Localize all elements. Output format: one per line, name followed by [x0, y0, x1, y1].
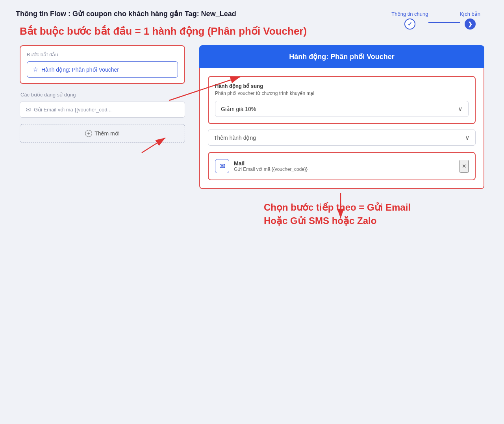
add-action-chevron-icon: ∨: [465, 134, 470, 141]
action-header: Hành động: Phân phối Voucher: [199, 45, 484, 68]
step-1-thong-tin-chung[interactable]: Thông tin chung ✓: [391, 11, 428, 30]
add-action-label: Thêm hành động: [214, 135, 256, 141]
add-new-label: Thêm mới: [94, 130, 119, 137]
step-2-label: Kịch bản: [460, 11, 480, 17]
voucher-dropdown[interactable]: Giảm giá 10% ∨: [215, 101, 469, 117]
main-layout: Bước bắt đầu ☆ Hành động: Phân phối Vouc…: [16, 45, 488, 189]
mail-title: Mail: [234, 160, 308, 167]
mail-close-button[interactable]: ×: [460, 160, 469, 173]
step-2-kich-ban[interactable]: Kịch bản ❯: [460, 11, 480, 30]
start-step-box: Bước bắt đầu ☆ Hành động: Phân phối Vouc…: [20, 45, 185, 84]
supplement-box: Hành động bổ sung Phân phối voucher từ c…: [208, 76, 476, 124]
star-icon: ☆: [33, 66, 38, 73]
add-new-button[interactable]: + Thêm mới: [20, 124, 185, 143]
email-step-item[interactable]: ✉ Gửi Email với mã {{voucher_cod...: [20, 102, 185, 118]
email-icon: ✉: [26, 106, 31, 113]
start-step-label: Bước bắt đầu: [27, 52, 178, 57]
steps-navigation: Thông tin chung ✓ Kịch bản ❯: [391, 11, 480, 30]
add-action-dropdown[interactable]: Thêm hành động ∨: [208, 130, 476, 146]
supplement-desc: Phân phối voucher từ chương trình khuyến…: [215, 91, 469, 96]
right-panel: Hành động: Phân phối Voucher Hành động b…: [199, 45, 484, 189]
voucher-action-text: Hành động: Phân phối Voucher: [41, 67, 119, 73]
bottom-line-1: Chọn bước tiếp theo = Gửi Email: [264, 201, 488, 214]
bottom-line-2: Hoặc Gửi SMS hoặc Zalo: [264, 214, 488, 228]
action-body: Hành động bổ sung Phân phối voucher từ c…: [199, 68, 484, 189]
action-header-text: Hành động: Phân phối Voucher: [289, 53, 395, 61]
steps-in-use-label: Các bước đang sử dụng: [20, 92, 185, 98]
chevron-down-icon: ∨: [458, 105, 463, 113]
email-step-text: Gửi Email với mã {{voucher_cod...: [34, 107, 111, 113]
steps-in-use-section: Các bước đang sử dụng ✉ Gửi Email với mã…: [20, 92, 185, 143]
mail-icon: ✉: [215, 159, 229, 173]
left-panel: Bước bắt đầu ☆ Hành động: Phân phối Vouc…: [20, 45, 185, 143]
step-1-label: Thông tin chung: [391, 11, 428, 17]
dropdown-value: Giảm giá 10%: [221, 106, 256, 112]
mail-result-box: ✉ Mail Gửi Email với mã {{voucher_code}}…: [208, 152, 476, 180]
voucher-action-item[interactable]: ☆ Hành động: Phân phối Voucher: [27, 61, 178, 78]
step-line: [428, 22, 460, 23]
plus-circle-icon: +: [85, 130, 92, 137]
supplement-label: Hành động bổ sung: [215, 83, 469, 89]
mail-subtitle: Gửi Email với mã {{voucher_code}}: [234, 167, 308, 172]
mail-info: Mail Gửi Email với mã {{voucher_code}}: [234, 160, 308, 172]
step-1-circle: ✓: [404, 19, 415, 30]
step-2-circle: ❯: [465, 19, 476, 30]
bottom-annotation: Chọn bước tiếp theo = Gửi Email Hoặc Gửi…: [16, 201, 488, 227]
mail-left: ✉ Mail Gửi Email với mã {{voucher_code}}: [215, 159, 308, 173]
